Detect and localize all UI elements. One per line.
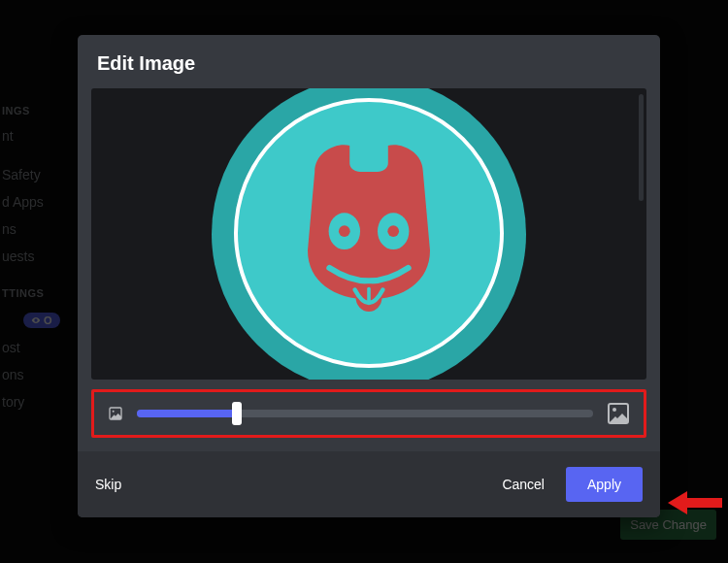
modal-header: Edit Image: [78, 35, 660, 88]
modal-footer: Skip Cancel Apply: [78, 451, 660, 517]
editor-scrollbar[interactable]: [639, 94, 644, 201]
image-small-icon: [108, 406, 123, 421]
edit-image-modal: Edit Image: [78, 35, 660, 517]
zoom-slider[interactable]: [137, 410, 593, 417]
apply-button[interactable]: Apply: [566, 467, 643, 502]
cancel-button[interactable]: Cancel: [502, 477, 545, 492]
zoom-slider-row: [91, 389, 646, 438]
svg-point-6: [113, 411, 115, 413]
svg-point-3: [387, 225, 399, 237]
image-crop-area[interactable]: [91, 88, 646, 380]
zoom-slider-fill: [137, 410, 237, 417]
svg-point-2: [339, 225, 350, 237]
modal-title: Edit Image: [97, 52, 641, 75]
skip-button[interactable]: Skip: [95, 477, 121, 492]
image-large-icon: [607, 402, 630, 425]
discord-logo-icon: [281, 136, 456, 330]
svg-point-8: [612, 408, 616, 412]
crop-preview-circle[interactable]: [234, 98, 504, 368]
zoom-slider-handle[interactable]: [232, 402, 242, 425]
